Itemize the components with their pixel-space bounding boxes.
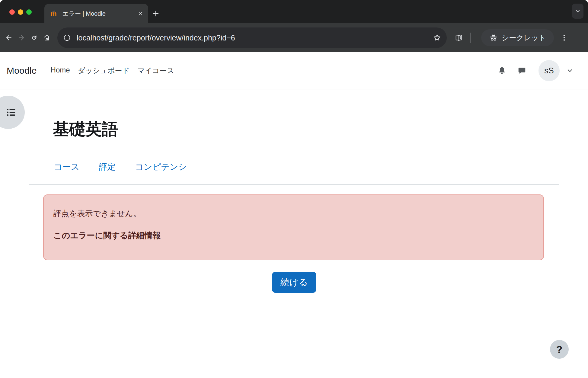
tab-competencies[interactable]: コンピテンシ bbox=[135, 161, 187, 173]
close-tab-icon[interactable] bbox=[137, 11, 143, 17]
continue-row: 続ける bbox=[29, 272, 559, 293]
browser-menu-icon[interactable] bbox=[560, 34, 568, 42]
bookmark-star-icon[interactable] bbox=[433, 34, 441, 42]
browser-toolbar: localhost/grade/report/overview/index.ph… bbox=[0, 23, 588, 52]
nav-dashboard-link[interactable]: ダッシュボード bbox=[78, 66, 129, 75]
tab-search-button[interactable] bbox=[572, 4, 583, 19]
toolbar-divider bbox=[470, 33, 471, 43]
nav-home-link[interactable]: Home bbox=[51, 66, 70, 75]
site-info-button[interactable] bbox=[61, 32, 73, 44]
course-title: 基礎英語 bbox=[53, 120, 559, 138]
avatar-initials: sS bbox=[544, 66, 554, 75]
continue-button[interactable]: 続ける bbox=[272, 272, 316, 293]
info-icon bbox=[63, 34, 71, 42]
url-text: localhost/grade/report/overview/index.ph… bbox=[77, 34, 429, 42]
user-menu-chevron-down-icon[interactable] bbox=[566, 67, 574, 74]
site-header: Moodle Home ダッシュボード マイコース sS bbox=[0, 52, 588, 89]
error-details-link[interactable]: このエラーに関する詳細情報 bbox=[53, 230, 161, 241]
moodle-page: Moodle Home ダッシュボード マイコース sS 基礎英語 コース bbox=[0, 52, 588, 378]
error-alert: 評点を表示できません。 このエラーに関する詳細情報 bbox=[43, 194, 544, 260]
tab-strip: m エラー | Moodle bbox=[0, 0, 588, 23]
incognito-label: シークレット bbox=[502, 33, 546, 43]
close-window-button[interactable] bbox=[9, 9, 15, 15]
moodle-favicon-icon: m bbox=[50, 10, 58, 18]
error-message: 評点を表示できません。 bbox=[53, 208, 534, 219]
notifications-bell-icon[interactable] bbox=[497, 66, 507, 75]
forward-icon[interactable] bbox=[18, 34, 25, 42]
nav-mycourses-link[interactable]: マイコース bbox=[137, 66, 174, 75]
help-button[interactable]: ? bbox=[550, 340, 569, 359]
browser-window: m エラー | Moodle bbox=[0, 0, 588, 52]
help-question-icon: ? bbox=[556, 344, 563, 355]
list-icon bbox=[6, 107, 17, 117]
incognito-badge: シークレット bbox=[481, 29, 554, 46]
browser-tab[interactable]: m エラー | Moodle bbox=[44, 4, 148, 23]
main-content: 基礎英語 コース 評定 コンピテンシ 評点を表示できません。 このエラーに関する… bbox=[0, 120, 588, 293]
home-icon[interactable] bbox=[43, 34, 51, 42]
user-avatar[interactable]: sS bbox=[538, 60, 560, 81]
new-tab-button[interactable] bbox=[152, 10, 160, 18]
course-tabs: コース 評定 コンピテンシ bbox=[54, 161, 559, 173]
chevron-down-icon bbox=[575, 8, 581, 14]
header-actions: sS bbox=[497, 60, 574, 81]
window-controls bbox=[9, 9, 32, 15]
tab-title: エラー | Moodle bbox=[62, 10, 133, 18]
back-icon[interactable] bbox=[5, 34, 13, 42]
minimize-window-button[interactable] bbox=[18, 9, 23, 15]
incognito-spy-icon bbox=[489, 33, 498, 42]
tab-grades[interactable]: 評定 bbox=[99, 161, 116, 173]
tab-course[interactable]: コース bbox=[54, 161, 79, 173]
address-bar[interactable]: localhost/grade/report/overview/index.ph… bbox=[57, 27, 447, 48]
tabs-divider bbox=[29, 184, 559, 185]
moodle-logo[interactable]: Moodle bbox=[7, 66, 37, 76]
zoom-window-button[interactable] bbox=[26, 9, 32, 15]
reading-list-icon[interactable] bbox=[455, 34, 463, 42]
messages-chat-icon[interactable] bbox=[517, 66, 526, 75]
primary-nav: Home ダッシュボード マイコース bbox=[51, 66, 174, 75]
reload-icon[interactable] bbox=[30, 34, 38, 42]
